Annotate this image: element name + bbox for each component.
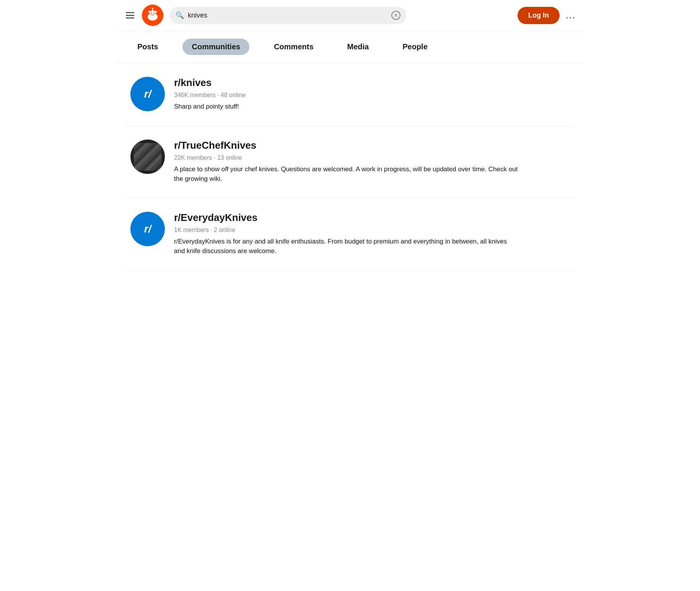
community-description: A place to show off your chef knives. Qu… bbox=[174, 164, 518, 184]
meta-separator: · bbox=[217, 92, 221, 98]
search-icon: 🔍 bbox=[176, 11, 184, 19]
community-item-knives[interactable]: r/ r/knives 346K members · 48 online Sha… bbox=[124, 63, 576, 126]
community-avatar-everydayknives: r/ bbox=[130, 212, 165, 246]
svg-point-3 bbox=[155, 11, 157, 13]
community-meta: 346K members · 48 online bbox=[174, 92, 570, 99]
header-right: Log In ... bbox=[518, 7, 576, 24]
clear-search-button[interactable]: ✕ bbox=[391, 11, 400, 20]
avatar-text: r/ bbox=[144, 223, 151, 235]
reddit-logo-icon bbox=[142, 5, 163, 26]
community-avatar-knives: r/ bbox=[130, 77, 165, 111]
meta-separator: · bbox=[210, 227, 214, 233]
community-info-truechefknives: r/TrueChefKnives 22K members · 13 online… bbox=[174, 140, 570, 184]
login-button[interactable]: Log In bbox=[518, 7, 560, 24]
meta-separator: · bbox=[214, 154, 217, 161]
tab-communities[interactable]: Communities bbox=[182, 39, 249, 55]
community-item-truechefknives[interactable]: r/TrueChefKnives 22K members · 13 online… bbox=[124, 126, 576, 198]
online-count: 48 online bbox=[221, 92, 246, 98]
member-count: 22K members bbox=[174, 154, 212, 161]
search-input[interactable] bbox=[169, 7, 407, 24]
tab-media[interactable]: Media bbox=[338, 39, 378, 55]
community-list: r/ r/knives 346K members · 48 online Sha… bbox=[117, 63, 583, 270]
svg-point-4 bbox=[151, 13, 152, 14]
community-meta: 1K members · 2 online bbox=[174, 227, 570, 234]
community-name: r/TrueChefKnives bbox=[174, 140, 570, 151]
tab-comments[interactable]: Comments bbox=[265, 39, 322, 55]
more-options-button[interactable]: ... bbox=[566, 10, 576, 21]
community-name: r/knives bbox=[174, 77, 570, 89]
member-count: 346K members bbox=[174, 92, 216, 98]
svg-point-5 bbox=[153, 13, 155, 14]
community-description: r/EverydayKnives is for any and all knif… bbox=[174, 237, 518, 256]
reddit-logo[interactable] bbox=[142, 5, 163, 26]
online-count: 2 online bbox=[214, 227, 235, 233]
member-count: 1K members bbox=[174, 227, 209, 233]
svg-point-7 bbox=[152, 8, 153, 10]
tab-posts[interactable]: Posts bbox=[128, 39, 167, 55]
svg-point-2 bbox=[148, 11, 151, 13]
online-count: 13 online bbox=[217, 154, 242, 161]
community-name: r/EverydayKnives bbox=[174, 212, 570, 224]
community-description: Sharp and pointy stuff! bbox=[174, 102, 518, 112]
community-avatar-truechefknives bbox=[130, 140, 165, 174]
tab-people[interactable]: People bbox=[393, 39, 437, 55]
search-tabs: Posts Communities Comments Media People bbox=[117, 31, 583, 63]
community-info-everydayknives: r/EverydayKnives 1K members · 2 online r… bbox=[174, 212, 570, 256]
search-bar: 🔍 ✕ bbox=[169, 7, 407, 24]
community-item-everydayknives[interactable]: r/ r/EverydayKnives 1K members · 2 onlin… bbox=[124, 198, 576, 270]
header: 🔍 ✕ Log In ... bbox=[117, 0, 583, 31]
hamburger-menu-button[interactable] bbox=[124, 11, 136, 20]
community-meta: 22K members · 13 online bbox=[174, 154, 570, 161]
community-info-knives: r/knives 346K members · 48 online Sharp … bbox=[174, 77, 570, 112]
avatar-text: r/ bbox=[144, 88, 151, 100]
chef-knives-avatar-art bbox=[134, 143, 161, 170]
